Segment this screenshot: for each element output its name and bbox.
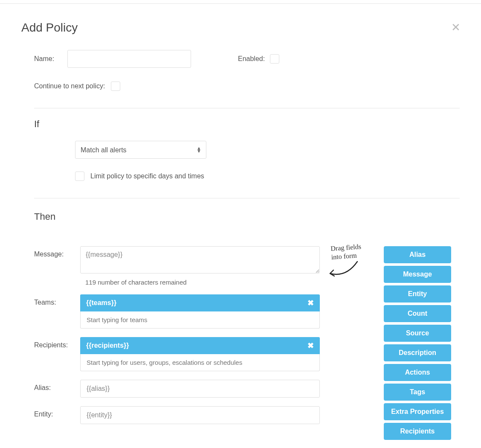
add-policy-modal: ✕ Add Policy Name: Enabled: Continue to … xyxy=(0,4,481,442)
name-label: Name: xyxy=(34,55,67,63)
teams-label: Teams: xyxy=(34,294,80,306)
teams-input[interactable] xyxy=(80,311,320,329)
chip-actions[interactable]: Actions xyxy=(384,364,451,381)
modal-title: Add Policy xyxy=(21,21,460,35)
message-label: Message: xyxy=(34,246,80,258)
chip-count[interactable]: Count xyxy=(384,305,451,322)
chip-extra-properties[interactable]: Extra Properties xyxy=(384,403,451,420)
chip-message[interactable]: Message xyxy=(384,266,451,283)
chip-entity[interactable]: Entity xyxy=(384,285,451,303)
drag-hint: Drag fields into form xyxy=(324,243,380,283)
continue-label: Continue to next policy: xyxy=(34,82,105,90)
teams-tag-text: {{teams}} xyxy=(86,299,116,307)
entity-input[interactable] xyxy=(80,406,320,424)
field-palette: Alias Message Entity Count Source Descri… xyxy=(384,246,451,442)
hint-arrow-icon xyxy=(324,261,367,281)
chip-tags[interactable]: Tags xyxy=(384,384,451,401)
if-heading: If xyxy=(34,119,460,130)
limit-checkbox[interactable] xyxy=(75,172,84,181)
recipients-label: Recipients: xyxy=(34,337,80,349)
alias-input[interactable] xyxy=(80,380,320,398)
message-textarea[interactable]: {{message}} xyxy=(80,246,320,273)
teams-tag-remove-icon[interactable]: ✖ xyxy=(307,298,314,308)
chip-description[interactable]: Description xyxy=(384,344,451,361)
name-input[interactable] xyxy=(67,50,191,68)
enabled-label: Enabled: xyxy=(238,55,265,63)
match-select[interactable]: Match all alerts xyxy=(75,141,206,159)
chip-alias[interactable]: Alias xyxy=(384,246,451,263)
limit-label: Limit policy to specific days and times xyxy=(90,172,204,180)
chip-source[interactable]: Source xyxy=(384,325,451,342)
teams-tag[interactable]: {{teams}} ✖ xyxy=(80,294,320,311)
enabled-checkbox[interactable] xyxy=(270,54,279,64)
alias-label: Alias: xyxy=(34,380,80,392)
then-heading: Then xyxy=(34,211,460,222)
recipients-tag-text: {{recipients}} xyxy=(86,342,129,349)
recipients-tag[interactable]: {{recipients}} ✖ xyxy=(80,337,320,354)
continue-checkbox[interactable] xyxy=(111,81,120,91)
close-icon[interactable]: ✕ xyxy=(451,21,461,34)
char-count: 119 number of characters remained xyxy=(85,279,320,286)
recipients-tag-remove-icon[interactable]: ✖ xyxy=(307,341,314,350)
entity-label: Entity: xyxy=(34,406,80,418)
recipients-input[interactable] xyxy=(80,354,320,371)
chip-recipients[interactable]: Recipients xyxy=(384,423,451,440)
